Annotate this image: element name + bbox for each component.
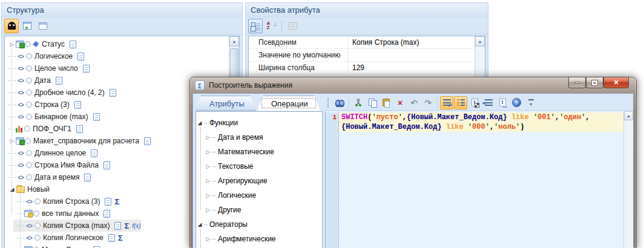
property-value[interactable]: 129 <box>349 62 485 74</box>
nums-icon <box>457 99 465 106</box>
editor-scrollbar[interactable]: ▲ <box>623 111 633 248</box>
close-button[interactable]: ✕ <box>603 77 629 88</box>
code-token: ноль <box>498 123 516 131</box>
collapsed-icon[interactable]: ▷ <box>205 134 212 140</box>
property-value[interactable]: Копия Строка (max) <box>349 36 485 48</box>
collapsed-icon[interactable]: ▷ <box>205 192 212 198</box>
tree-item[interactable]: <>Бинарное (max) <box>5 111 100 123</box>
tree-item[interactable]: ▷Макет_справочник для расчета <box>5 135 151 147</box>
collapsed-icon[interactable]: ▷ <box>8 138 16 144</box>
minimize-icon <box>574 82 580 83</box>
tree-guide <box>200 126 201 210</box>
tree-item[interactable]: <>Дата <box>5 74 62 86</box>
tree-item-label: Логическое <box>34 52 73 60</box>
tree-connector <box>212 239 216 240</box>
operations-tree-leaf[interactable]: ▷Текстовые <box>205 159 322 174</box>
operations-tree-leaf[interactable]: ▷Арифметические <box>205 232 322 246</box>
tree-item[interactable]: <>Строка Имя Файла <box>5 159 110 171</box>
window-caption-buttons: ✕ <box>568 77 629 88</box>
property-row[interactable]: ПсевдонимКопия Строка (max) <box>249 36 485 49</box>
tree-item[interactable]: ПОФ_ОЧГ1 <box>5 123 83 135</box>
operations-tree-leaf[interactable]: ▷Другие <box>205 203 322 217</box>
code-text[interactable]: {Новый.Макет_Ведом.Код} like '000','ноль… <box>339 122 633 132</box>
tpl-grid-toolbar-button[interactable]: t <box>468 96 481 109</box>
undo-toolbar-button[interactable]: ↶ <box>407 96 421 109</box>
operations-tree-leaf[interactable]: ▷Математические <box>205 145 322 159</box>
redo-toolbar-button[interactable]: ↷ <box>421 96 435 109</box>
expanded-icon[interactable]: ◢ <box>8 186 16 192</box>
tree-connector <box>8 129 16 129</box>
cut-toolbar-button[interactable] <box>352 96 365 109</box>
table-toolbar-button[interactable] <box>36 19 50 33</box>
code-text[interactable]: SWITCH('пусто',{Новый.Макет_Ведом.Код} l… <box>339 113 633 122</box>
operations-tree-node[interactable]: ◢Операторы <box>196 217 322 232</box>
cat-toolbar-button[interactable] <box>248 19 263 33</box>
code-token: ' <box>398 113 402 122</box>
property-row[interactable]: Значение по умолчанию <box>249 49 485 62</box>
property-value[interactable] <box>349 49 485 61</box>
expanded-icon[interactable]: ◢ <box>196 221 203 227</box>
tree-item[interactable]: ▷Статус <box>5 38 76 50</box>
code-line[interactable]: {Новый.Макет_Ведом.Код} like '000','ноль… <box>326 122 633 132</box>
ovf-icon: ▾ <box>528 99 534 106</box>
tree-item[interactable]: <>Копия Строка (max)Σf(x) <box>13 220 141 232</box>
collapsed-icon[interactable]: ▷ <box>205 149 212 155</box>
property-row[interactable]: Ширина столбца129 <box>249 62 485 74</box>
scroll-up-button[interactable]: ▲ <box>475 36 485 47</box>
minimize-button[interactable] <box>568 77 586 88</box>
operations-tree-leaf[interactable]: ▷Агрегирующие <box>205 174 322 188</box>
operations-tree-leaf[interactable]: ▷Логические <box>205 188 322 203</box>
collapsed-icon[interactable]: ▷ <box>205 178 212 184</box>
paste-toolbar-button[interactable] <box>380 96 393 109</box>
ovf-toolbar-button[interactable]: ▾ <box>524 96 537 109</box>
tree-connector <box>17 201 24 202</box>
maximize-button[interactable] <box>586 77 603 88</box>
expression-editor[interactable]: 1SWITCH('пусто',{Новый.Макет_Ведом.Код} … <box>325 111 633 248</box>
table-icon <box>39 22 47 30</box>
help-toolbar-button[interactable]: ? <box>510 96 523 109</box>
wrap-toolbar-button[interactable] <box>440 96 453 109</box>
indent-toolbar-button[interactable] <box>482 96 495 109</box>
scroll-up-button[interactable]: ▲ <box>624 111 633 120</box>
tree-item[interactable]: <>Дробное число (4, 2) <box>5 86 116 99</box>
collapsed-icon[interactable]: ▷ <box>205 207 212 213</box>
tree-item[interactable]: <>Копия ЛогическоеΣ <box>13 232 123 244</box>
scroll-up-button[interactable]: ▲ <box>229 36 239 47</box>
nums-toolbar-button[interactable] <box>454 96 467 109</box>
tag-icon: <> <box>16 53 25 60</box>
tree-item-label: Новый <box>27 185 50 194</box>
tree-item[interactable]: <>Целое число <box>5 62 90 74</box>
tree-item[interactable]: Макет_Ведом <box>13 244 100 248</box>
tree-connector <box>8 177 16 178</box>
ghost-toolbar-button[interactable] <box>4 19 19 33</box>
code-line[interactable]: 1SWITCH('пусто',{Новый.Макет_Ведом.Код} … <box>326 113 633 122</box>
collapsed-icon[interactable]: ▷ <box>8 41 16 47</box>
help-icon: ? <box>512 98 521 107</box>
tab-attributes[interactable]: Атрибуты <box>196 96 256 111</box>
tree-item[interactable]: <>Копия Строка (3)Σ <box>13 195 119 207</box>
tree-node-label: Дата и время <box>218 133 263 142</box>
collapsed-icon[interactable]: ▷ <box>205 163 212 169</box>
expanded-icon[interactable]: ◢ <box>196 120 203 126</box>
tree-item-label: Строка Имя Файла <box>34 161 99 169</box>
tab-operations[interactable]: Операции <box>257 96 320 111</box>
del-toolbar-button[interactable]: × <box>393 96 407 109</box>
collapsed-icon[interactable]: ▷ <box>205 236 212 242</box>
circle-icon <box>26 114 32 120</box>
layin-toolbar-button[interactable] <box>20 19 34 33</box>
tree-item[interactable]: <>Дата и время <box>5 171 91 183</box>
tree-item[interactable]: <>Логическое <box>5 50 84 62</box>
chart-icon <box>16 125 24 132</box>
tree-item[interactable]: <>Длинное целое <box>5 147 97 159</box>
operations-tree-leaf[interactable]: ▷Дата и время <box>205 130 322 145</box>
copy-toolbar-button[interactable] <box>366 96 379 109</box>
tag-icon: <> <box>16 174 25 181</box>
operations-tree-node[interactable]: ◢Функции <box>196 116 322 130</box>
tree-item[interactable]: <>Строка (3) <box>5 99 81 111</box>
tree-item[interactable]: все типы данных <box>13 207 110 220</box>
az-toolbar-button[interactable]: AZ <box>264 19 278 33</box>
tag-icon: <> <box>16 65 25 72</box>
tpl-dots-toolbar-button[interactable]: t <box>496 96 509 109</box>
find-toolbar-button[interactable] <box>333 96 346 109</box>
toolbar-grip[interactable] <box>327 98 329 108</box>
